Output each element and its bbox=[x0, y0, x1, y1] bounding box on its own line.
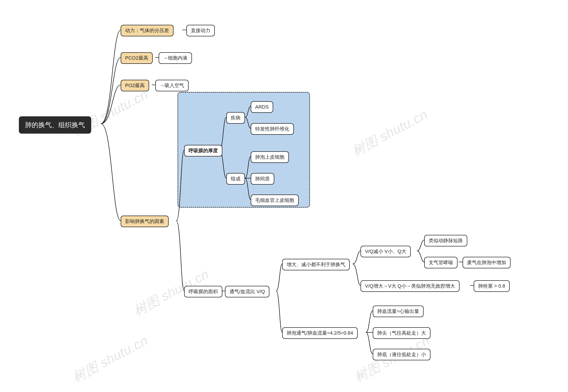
po2-label: PO2最高 bbox=[125, 83, 145, 88]
drive-label: 动力：气体的分压差 bbox=[125, 28, 169, 33]
disease-label: 疾病 bbox=[231, 115, 240, 121]
capillary-epi-node[interactable]: 毛细血管上皮细胞 bbox=[251, 195, 299, 206]
vq-node[interactable]: 通气/血流比 V/Q bbox=[225, 286, 269, 297]
watermark: 树图 shutu.cn bbox=[69, 332, 151, 386]
vq-small-node[interactable]: V/Q减小 V小、Q大 bbox=[360, 246, 411, 257]
change-node[interactable]: 增大、减小都不利于肺换气 bbox=[282, 259, 350, 270]
capillary-epi-label: 毛细血管上皮细胞 bbox=[255, 197, 294, 203]
f1-label: 肺血流量=心输出量 bbox=[377, 308, 419, 314]
disease-node[interactable]: 疾病 bbox=[226, 112, 245, 124]
interstitium-label: 肺间质 bbox=[255, 176, 270, 182]
pe-label: 肺栓塞 > 0.8 bbox=[478, 283, 505, 289]
pe-node[interactable]: 肺栓塞 > 0.8 bbox=[474, 280, 510, 292]
ipf-node[interactable]: 特发性肺纤维化 bbox=[251, 123, 294, 135]
pco2-child[interactable]: →细胞内液 bbox=[159, 52, 192, 64]
drive-child-label: 直接动力 bbox=[191, 28, 210, 33]
formula-label: 肺泡通气/肺血流量=4.2/5=0.84 bbox=[287, 330, 353, 336]
composition-label: 组成 bbox=[231, 176, 240, 182]
vq-label: 通气/血流比 V/Q bbox=[229, 289, 265, 294]
composition-node[interactable]: 组成 bbox=[226, 173, 245, 185]
shunt-node[interactable]: 类似动静脉短路 bbox=[424, 235, 467, 246]
po2-child-label: →吸入空气 bbox=[160, 83, 184, 88]
ards-label: ARDS bbox=[255, 104, 269, 110]
vq-big-node[interactable]: V/Q增大→V大 Q小→类似肺泡无效腔增大 bbox=[360, 280, 460, 292]
ards-node[interactable]: ARDS bbox=[251, 101, 273, 113]
asthma-effect-label: 废气在肺泡中增加 bbox=[467, 260, 506, 265]
vq-big-label: V/Q增大→V大 Q小→类似肺泡无效腔增大 bbox=[365, 283, 455, 289]
asthma-node[interactable]: 支气管哮喘 bbox=[424, 257, 458, 268]
f3-label: 肺底（液往低处走）小 bbox=[377, 352, 426, 357]
formula-node[interactable]: 肺泡通气/肺血流量=4.2/5=0.84 bbox=[282, 327, 358, 339]
asthma-label: 支气管哮喘 bbox=[429, 260, 453, 265]
f2-node[interactable]: 肺尖（气往高处走）大 bbox=[373, 327, 431, 339]
alveolar-epi-label: 肺泡上皮细胞 bbox=[255, 154, 284, 160]
interstitium-node[interactable]: 肺间质 bbox=[251, 173, 274, 185]
area-label: 呼吸膜的面积 bbox=[189, 289, 218, 294]
drive-node[interactable]: 动力：气体的分压差 bbox=[121, 25, 174, 36]
pco2-label: PCO2最高 bbox=[125, 55, 148, 61]
asthma-effect-node[interactable]: 废气在肺泡中增加 bbox=[463, 257, 510, 268]
po2-child[interactable]: →吸入空气 bbox=[155, 80, 189, 91]
alveolar-epi-node[interactable]: 肺泡上皮细胞 bbox=[251, 151, 289, 163]
drive-child[interactable]: 直接动力 bbox=[186, 25, 215, 36]
watermark: 树图 shutu.cn bbox=[349, 106, 431, 160]
pco2-node[interactable]: PCO2最高 bbox=[121, 52, 153, 64]
root-node[interactable]: 肺的换气、组织换气 bbox=[19, 116, 91, 134]
factors-label: 影响肺换气的因素 bbox=[125, 219, 164, 224]
f2-label: 肺尖（气往高处走）大 bbox=[377, 330, 426, 336]
thickness-label: 呼吸膜的厚度 bbox=[189, 148, 218, 153]
area-node[interactable]: 呼吸膜的面积 bbox=[184, 286, 222, 297]
vq-small-label: V/Q减小 V小、Q大 bbox=[365, 249, 406, 254]
thickness-node[interactable]: 呼吸膜的厚度 bbox=[184, 145, 222, 156]
factors-node[interactable]: 影响肺换气的因素 bbox=[121, 216, 169, 227]
f3-node[interactable]: 肺底（液往低处走）小 bbox=[373, 349, 431, 360]
shunt-label: 类似动静脉短路 bbox=[429, 238, 463, 243]
po2-node[interactable]: PO2最高 bbox=[121, 80, 149, 91]
root-label: 肺的换气、组织换气 bbox=[25, 121, 85, 128]
change-label: 增大、减小都不利于肺换气 bbox=[287, 262, 345, 267]
pco2-child-label: →细胞内液 bbox=[163, 55, 187, 61]
f1-node[interactable]: 肺血流量=心输出量 bbox=[373, 306, 424, 317]
ipf-label: 特发性肺纤维化 bbox=[255, 126, 289, 132]
